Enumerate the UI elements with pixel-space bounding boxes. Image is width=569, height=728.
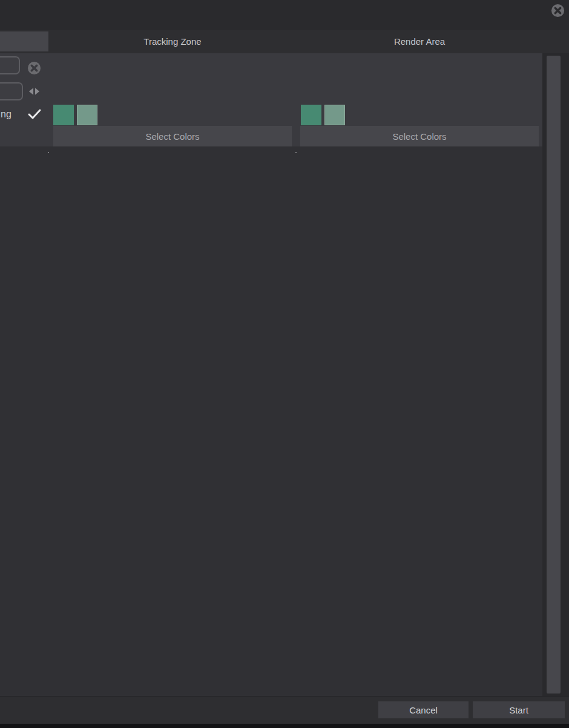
- marker-dot-left: [48, 152, 49, 153]
- clear-field-icon[interactable]: [27, 61, 41, 75]
- bottom-strip: [0, 724, 569, 728]
- start-button[interactable]: Start: [473, 701, 565, 718]
- text-field-1[interactable]: [0, 56, 20, 74]
- left-right-arrows-icon[interactable]: [28, 87, 41, 96]
- tracking-color-swatch-1[interactable]: [53, 105, 74, 125]
- column-header-row: Tracking Zone Render Area: [0, 30, 569, 53]
- header-tab-partial[interactable]: [0, 31, 48, 51]
- footer-bar: Cancel Start: [0, 696, 569, 724]
- render-area-header: Render Area: [300, 30, 539, 53]
- settings-rows-panel: ng Select Colors Select Colors: [0, 53, 542, 146]
- truncated-row-label: ng: [1, 108, 12, 121]
- cancel-button[interactable]: Cancel: [378, 701, 469, 718]
- tracking-zone-header: Tracking Zone: [53, 30, 292, 53]
- close-icon[interactable]: [551, 4, 565, 18]
- scrollbar-track[interactable]: [542, 53, 569, 696]
- render-color-swatch-2[interactable]: [324, 105, 345, 125]
- scrollbar-thumb[interactable]: [547, 56, 561, 694]
- dialog-window: Tracking Zone Render Area ng: [0, 0, 569, 728]
- render-color-swatch-1[interactable]: [301, 105, 321, 125]
- content-area: ng Select Colors Select Colors: [0, 53, 542, 696]
- render-select-colors-button[interactable]: Select Colors: [300, 126, 539, 147]
- tracking-color-swatch-2[interactable]: [77, 105, 97, 125]
- preview-panel: [0, 146, 542, 696]
- text-field-2[interactable]: [0, 82, 23, 100]
- tracking-select-colors-button[interactable]: Select Colors: [53, 126, 292, 147]
- marker-dot-right: [295, 152, 297, 153]
- checkmark-icon[interactable]: [27, 108, 42, 120]
- titlebar: [0, 0, 569, 30]
